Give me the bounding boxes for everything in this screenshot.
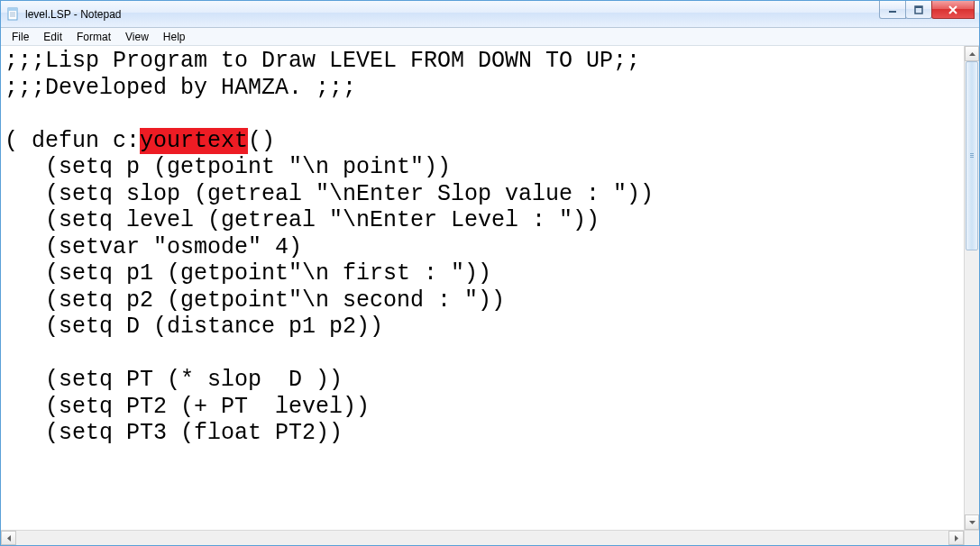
maximize-button[interactable] [905, 1, 932, 19]
code-line: ;;;Lisp Program to Draw LEVEL FROM DOWN … [5, 48, 640, 74]
notepad-window: level.LSP - Notepad File Edit Format Vie… [0, 0, 980, 546]
code-line: (setq D (distance p1 p2)) [5, 314, 383, 340]
minimize-icon [888, 5, 897, 14]
highlighted-text: yourtext [140, 128, 248, 154]
chevron-down-icon [969, 521, 975, 524]
code-line: (setq slop (getreal "\nEnter Slop value … [5, 181, 654, 207]
scroll-left-button[interactable] [1, 531, 16, 545]
close-icon [948, 5, 958, 14]
content-area: ;;;Lisp Program to Draw LEVEL FROM DOWN … [1, 46, 979, 530]
menu-view[interactable]: View [118, 29, 156, 45]
scroll-right-button[interactable] [948, 531, 964, 545]
text-editor[interactable]: ;;;Lisp Program to Draw LEVEL FROM DOWN … [1, 46, 964, 530]
svg-rect-5 [889, 11, 896, 13]
scroll-down-button[interactable] [965, 514, 979, 530]
scroll-up-button[interactable] [965, 46, 979, 61]
window-controls [880, 1, 979, 19]
code-line: (setvar "osmode" 4) [5, 234, 302, 260]
menu-file[interactable]: File [5, 29, 36, 45]
maximize-icon [914, 5, 923, 14]
scroll-thumb[interactable] [966, 61, 978, 250]
code-line-part: () [248, 128, 275, 154]
scroll-track[interactable] [965, 61, 979, 514]
code-line: (setq level (getreal "\nEnter Level : ")… [5, 207, 600, 233]
chevron-up-icon [969, 52, 975, 56]
code-line: ;;;Developed by HAMZA. ;;; [5, 75, 356, 101]
window-title: level.LSP - Notepad [25, 8, 122, 21]
resize-grip[interactable] [964, 530, 979, 545]
code-line: (setq p1 (getpoint"\n first : ")) [5, 260, 491, 287]
svg-rect-7 [915, 6, 922, 8]
chevron-left-icon [7, 535, 11, 541]
menubar: File Edit Format View Help [1, 28, 979, 46]
code-line: (setq PT2 (+ PT level)) [5, 394, 370, 420]
scroll-track-h[interactable] [16, 531, 948, 545]
menu-edit[interactable]: Edit [36, 29, 69, 45]
minimize-button[interactable] [879, 1, 906, 19]
code-line: (setq PT (* slop D )) [5, 367, 343, 393]
titlebar[interactable]: level.LSP - Notepad [1, 1, 979, 28]
menu-format[interactable]: Format [69, 29, 118, 45]
horizontal-scrollbar[interactable] [1, 530, 964, 545]
svg-rect-1 [8, 8, 17, 11]
bottom-scroll-row [1, 530, 979, 545]
menu-help[interactable]: Help [156, 29, 193, 45]
code-line-part: ( defun c: [5, 128, 140, 154]
chevron-right-icon [955, 535, 958, 541]
code-line: (setq PT3 (float PT2)) [5, 420, 343, 446]
close-button[interactable] [931, 1, 975, 19]
vertical-scrollbar[interactable] [964, 46, 979, 530]
notepad-icon [6, 7, 21, 22]
code-line: (setq p2 (getpoint"\n second : ")) [5, 287, 505, 314]
code-line: (setq p (getpoint "\n point")) [5, 154, 451, 180]
